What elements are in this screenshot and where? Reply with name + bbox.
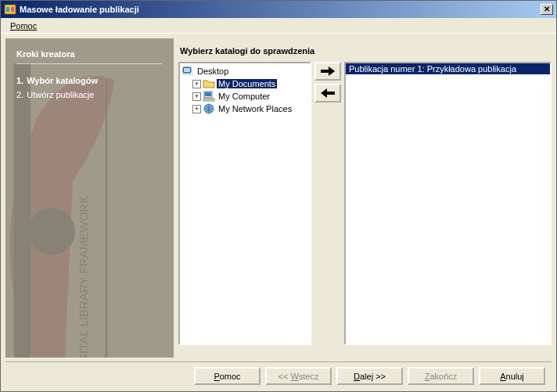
wizard-steps: 1.Wybór katalogów 2.Utwórz publikacje — [16, 74, 163, 102]
picker-row: Desktop + My Documents — [178, 62, 552, 358]
expand-toggle[interactable]: + — [192, 80, 201, 88]
tree-node-root: Desktop + My Documents — [181, 65, 308, 115]
wizard-step: 2.Utwórz publikacje — [16, 88, 163, 102]
tree-row[interactable]: + My Network Places — [192, 102, 308, 115]
tree-label: Desktop — [196, 67, 230, 76]
help-button[interactable]: Pomoc — [194, 367, 261, 385]
button-bar: Pomoc << Wstecz Dalej >> Zakończ Anuluj — [5, 361, 552, 390]
tree-row[interactable]: + My Documents — [192, 77, 308, 90]
folder-tree-panel[interactable]: Desktop + My Documents — [178, 62, 311, 345]
svg-point-4 — [28, 208, 75, 255]
tree-label: My Documents — [217, 79, 277, 88]
menu-help[interactable]: Pomoc — [5, 20, 41, 32]
dialog-window: Masowe ładowanie publikacji ✕ Pomoc DIGI… — [0, 0, 557, 392]
app-icon — [4, 3, 16, 16]
transfer-buttons — [314, 62, 341, 358]
finish-button: Zakończ — [408, 367, 474, 385]
folder-tree: Desktop + My Documents — [180, 63, 310, 117]
svg-rect-2 — [11, 7, 14, 12]
add-button[interactable] — [314, 62, 341, 81]
tree-row[interactable]: + My Computer — [192, 90, 308, 102]
main-area: DIGITAL LIBRARY FRAMEWORK Kroki kreatora… — [1, 34, 556, 358]
sidebar-title: Kroki kreatora — [16, 49, 163, 64]
menubar: Pomoc — [1, 18, 556, 34]
expand-toggle[interactable]: + — [192, 105, 201, 113]
selected-list: Publikacja numer 1: Przykładowa publikac… — [346, 63, 550, 74]
window-title: Masowe ładowanie publikacji — [20, 5, 541, 14]
expand-toggle[interactable]: + — [192, 92, 201, 101]
cancel-button[interactable]: Anuluj — [479, 367, 545, 385]
svg-rect-7 — [182, 74, 193, 75]
wizard-step: 1.Wybór katalogów — [16, 74, 163, 88]
back-button: << Wstecz — [265, 367, 332, 385]
svg-rect-8 — [184, 68, 190, 72]
selected-list-panel[interactable]: Publikacja numer 1: Przykładowa publikac… — [344, 62, 552, 345]
tree-node: + My Network Places — [192, 102, 308, 115]
sidebar: DIGITAL LIBRARY FRAMEWORK Kroki kreatora… — [5, 38, 174, 358]
remove-button[interactable] — [314, 84, 341, 102]
tree-label: My Network Places — [217, 104, 293, 113]
folder-icon — [203, 77, 215, 90]
tree-node: + My Computer — [192, 90, 308, 102]
content-title: Wybierz katalogi do sprawdzenia — [178, 38, 552, 62]
svg-text:DIGITAL LIBRARY FRAMEWORK: DIGITAL LIBRARY FRAMEWORK — [77, 196, 90, 358]
svg-rect-11 — [203, 99, 214, 101]
close-button[interactable]: ✕ — [541, 4, 553, 15]
next-button[interactable]: Dalej >> — [336, 367, 403, 385]
content-panel: Wybierz katalogi do sprawdzenia Desktop — [178, 38, 552, 358]
list-item[interactable]: Publikacja numer 1: Przykładowa publikac… — [346, 63, 550, 74]
network-icon — [203, 102, 215, 115]
computer-icon — [203, 90, 215, 102]
svg-rect-10 — [205, 92, 211, 96]
desktop-icon — [181, 65, 194, 77]
tree-children: + My Documents + My Comput — [181, 77, 308, 115]
svg-rect-1 — [6, 7, 9, 12]
tree-node: + My Documents — [192, 77, 308, 90]
sidebar-content: Kroki kreatora 1.Wybór katalogów 2.Utwór… — [5, 38, 174, 113]
tree-row[interactable]: Desktop — [181, 65, 308, 77]
titlebar: Masowe ładowanie publikacji ✕ — [1, 1, 556, 18]
tree-label: My Computer — [217, 92, 271, 101]
